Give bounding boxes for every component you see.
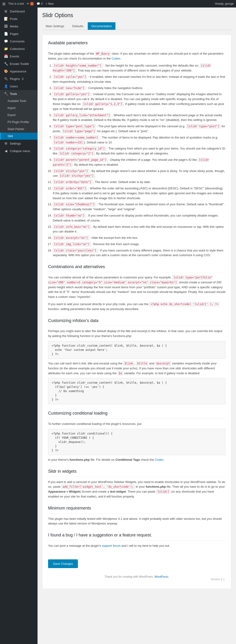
settings-icon: ⚙ xyxy=(4,142,8,145)
param-code: [slidr size="thumbnail"] xyxy=(53,202,96,206)
codex-link-2[interactable]: Codex xyxy=(155,458,163,462)
support-forum-link[interactable]: support forum xyxy=(102,544,121,548)
sidebar-item-label: Collections xyxy=(10,47,25,50)
param-code: [slidr category="category_id"] xyxy=(53,146,106,151)
documentation-content: Available parameters The plugin takes ad… xyxy=(42,35,231,589)
sidebar-item-events[interactable]: 📅 Events xyxy=(0,52,38,60)
tab-bar: Main Settings Defaults Documentation xyxy=(42,22,231,30)
sidebar-item-import[interactable]: Import xyxy=(0,104,38,112)
functions-php-bold: functions.php xyxy=(69,458,90,462)
sidebar-item-users[interactable]: 👤 Users xyxy=(0,82,38,90)
infobox-text-1: Perhaps you might want to alter the defa… xyxy=(48,329,225,339)
sidebar-item-export[interactable]: Export xyxy=(0,112,38,118)
minimum-text: This plugin has been initially tested wi… xyxy=(48,516,225,526)
param-code: [slidr category="2"] xyxy=(58,152,95,156)
sidebar-item-tools[interactable]: 🔨 Tools xyxy=(0,90,38,98)
sidebar-item-pages[interactable]: 📄 Pages xyxy=(0,30,38,38)
updates-icon: ⟳ xyxy=(27,2,29,6)
param-code: [slidr img_link="no"] xyxy=(53,242,91,246)
sidebar-item-slidr[interactable]: Slidr xyxy=(0,133,38,140)
pages-icon: 📄 xyxy=(4,32,8,36)
tab-defaults[interactable]: Defaults xyxy=(69,22,87,30)
widgets-text: If you want to add a carousel in your Wo… xyxy=(48,480,225,499)
text-widget-bold: text widget xyxy=(110,490,126,493)
param-code: $excerpt xyxy=(155,361,171,366)
param-code: [slidr excerpt="no"] xyxy=(53,236,89,240)
list-item: [slidr excerpt="no"] : Hide the excerpt … xyxy=(53,236,225,240)
param-code: [slidr height="some_number"] xyxy=(53,64,103,68)
code-wp-query: WP_Query xyxy=(95,52,111,56)
plugins-badge: 3 xyxy=(22,77,24,80)
collapse-menu-button[interactable]: ◀ Collapse menu xyxy=(0,147,38,155)
param-code: [slidr number=15] xyxy=(53,140,84,144)
tab-main-settings[interactable]: Main Settings xyxy=(42,22,68,30)
page-title: Slidr Options xyxy=(42,12,231,18)
sidebar-item-label: Plugins xyxy=(10,77,20,80)
sidebar-item-collections[interactable]: 📁 Collections xyxy=(0,45,38,52)
list-item: [slidr nav="hide"] : Completely hides th… xyxy=(53,86,225,91)
sidebar-item-label: Posts xyxy=(10,17,18,20)
sidebar-item-plugins[interactable]: 🔌 Plugins 3 xyxy=(0,75,38,82)
submenu-label: Import xyxy=(8,106,16,110)
wordpress-link[interactable]: WordPress xyxy=(154,575,168,578)
submenu-label: Export xyxy=(8,114,16,117)
sidebar-item-label: Pages xyxy=(10,32,19,36)
bug-text: You can post a message at the plugin's s… xyxy=(48,544,225,548)
param-code: $link xyxy=(123,361,134,366)
bug-text-2: and I will to my best to help you out. xyxy=(122,544,170,548)
updates-link[interactable]: ⟳ 1 xyxy=(27,2,34,6)
param-code: [slidr type="post_type"] xyxy=(53,124,96,128)
collapse-label: Collapse menu xyxy=(10,149,30,153)
sidebar-item-appearance[interactable]: 🎨 Appearance xyxy=(0,68,38,75)
howdy-text: Howdy, george xyxy=(215,2,234,6)
site-name-link[interactable]: This is a test xyxy=(8,2,24,6)
conditional-code: <?php function slidr_conditional() { if(… xyxy=(48,429,225,455)
list-item: [slidr info_box="no"] : By default each … xyxy=(53,224,225,234)
sidebar-item-label: Envato Toolkit xyxy=(10,62,29,66)
param-code: [slidr gallery="yes"] xyxy=(53,92,91,96)
param-code: [slidr parent="parent_page_id"] xyxy=(53,158,108,162)
list-item: [slidr number=some_number] : The number … xyxy=(53,135,225,145)
events-icon: 📅 xyxy=(4,54,8,58)
sidebar-item-label: Media xyxy=(10,24,18,28)
list-item: [slidr cycle="yes"] : if enabled, when t… xyxy=(53,74,225,84)
dashboard-icon: ⊞ xyxy=(4,9,8,13)
combinations-text-1: You can combine almost all of the above … xyxy=(48,275,225,300)
sidebar-item-dashboard[interactable]: ⊞ Dashboard xyxy=(0,8,38,15)
sidebar-item-label: Appearance xyxy=(10,70,26,73)
sidebar-item-slash-painter[interactable]: Slash Painter xyxy=(0,126,38,133)
param-code: $a xyxy=(118,371,123,376)
section-conditional: Customizing conditional loading xyxy=(48,410,225,419)
wp-logo[interactable]: ⊞ xyxy=(2,2,6,6)
admin-bar: ⊞ This is a test ⟳ 1 💬 0 + New Howdy, ge… xyxy=(0,0,236,8)
tab-documentation[interactable]: Documentation xyxy=(88,22,115,30)
param-code: add_filter('widget_text', 'do_shortcode'… xyxy=(61,485,135,489)
conditional-tags-bold: Conditional Tags xyxy=(115,458,140,462)
sidebar-item-posts[interactable]: 📝 Posts xyxy=(0,15,38,22)
sidebar-item-p3-profiler[interactable]: P3 Plugin Profiler xyxy=(0,118,38,126)
param-code: <?php echo do_shortcode( '[slidr]' ); ?> xyxy=(149,302,219,306)
sidebar-item-media[interactable]: 🖼 Media xyxy=(0,22,38,30)
functions-php-bold-2: functions.php xyxy=(146,485,166,488)
conditional-text-1: To further customize conditional loading… xyxy=(48,422,225,426)
new-content-link[interactable]: + New xyxy=(46,2,54,6)
sidebar-item-envato-toolkit[interactable]: 🔧 Envato Toolkit xyxy=(0,60,38,68)
sidebar-item-available-tools[interactable]: Available Tools xyxy=(0,98,38,104)
main-content: Slidr Options Main Settings Defaults Doc… xyxy=(38,8,236,644)
codex-link-1[interactable]: Codex xyxy=(112,57,121,60)
comments-link[interactable]: 💬 0 xyxy=(37,2,43,6)
param-code: [slidr nav="hide"] xyxy=(53,86,86,90)
sidebar-item-settings[interactable]: ⚙ Settings xyxy=(0,140,38,147)
list-item: [slidr sticky="yes"] : By default the pl… xyxy=(53,169,225,178)
submenu-label: Available Tools xyxy=(8,99,26,103)
save-changes-button[interactable]: Save Changes xyxy=(48,560,78,568)
collapse-icon: ◀ xyxy=(4,149,8,153)
toolkit-icon: 🔧 xyxy=(4,62,8,66)
sidebar-item-comments[interactable]: 💬 Comments xyxy=(0,38,38,45)
section-combinations: Combinations and alternatives xyxy=(48,264,225,272)
comments-count: 0 xyxy=(41,2,43,6)
section-available-params: Available parameters xyxy=(48,40,225,48)
conditional-text-2: in your theme's functions.php file. For … xyxy=(48,458,225,462)
param-code: [slidr sticky="yes"] xyxy=(53,169,89,173)
appearance-icon: 🎨 xyxy=(4,69,8,73)
